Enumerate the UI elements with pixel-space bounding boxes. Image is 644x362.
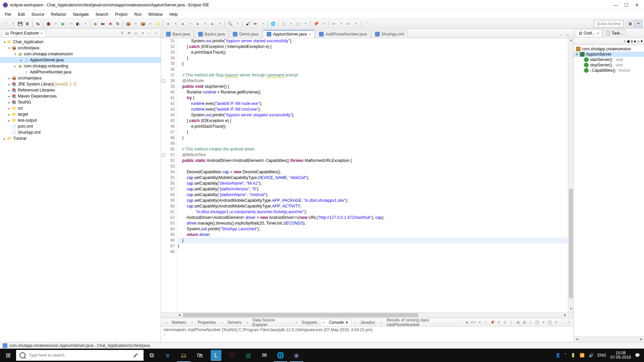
expand-icon[interactable]: ▸ (7, 88, 11, 92)
scroll-up-icon[interactable]: ▴ (568, 38, 574, 44)
close-icon[interactable]: ✕ (597, 32, 599, 35)
search-box[interactable]: Type here to search 🎤 (16, 350, 144, 361)
console-tool-icon[interactable]: – (560, 320, 565, 325)
console-tool-icon[interactable]: 📌 (490, 320, 495, 325)
task-tab[interactable]: 📋 Task... (602, 29, 627, 37)
battery-icon[interactable]: 🔋 (571, 353, 576, 358)
type-icon[interactable]: 📦 (140, 20, 146, 27)
bottom-tab[interactable]: ▫Servers (219, 319, 244, 326)
minimize-view-icon[interactable]: – (147, 31, 152, 36)
relaunch-icon[interactable]: ↻ (114, 20, 121, 27)
code-area[interactable]: System.out.println("Appium server starte… (176, 38, 568, 312)
expand-icon[interactable]: ▾ (13, 52, 17, 56)
edge-icon[interactable]: e (160, 349, 176, 362)
editor-tab[interactable]: Demo.java (229, 30, 262, 38)
task-view-icon[interactable]: ⧉ (144, 349, 160, 362)
console-tool-icon[interactable]: ▾ (541, 320, 546, 325)
hide-nonpublic-icon[interactable]: ● (634, 39, 636, 44)
collapse-all-icon[interactable]: ⇱ (120, 31, 125, 36)
horizontal-scrollbar[interactable]: ◂ ▸ (161, 312, 574, 318)
maximize-button[interactable]: ☐ (624, 3, 629, 7)
view-menu-icon[interactable]: ▾ (140, 31, 145, 36)
view-menu-icon[interactable]: ▾ (641, 39, 643, 44)
menu-project[interactable]: Project (112, 11, 130, 18)
xml-icon[interactable]: 📄 (363, 20, 370, 27)
expand-icon[interactable]: ▸ (19, 58, 23, 62)
console-tool-icon[interactable]: │ (509, 320, 514, 325)
tree-item[interactable]: ▸📚Referenced Libraries (0, 87, 161, 93)
expand-icon[interactable]: ▾ (7, 46, 11, 50)
focus-icon[interactable]: ◻ (133, 31, 139, 36)
menu-run[interactable]: Run (131, 11, 144, 18)
tree-item[interactable]: ▸JAppiumServer.java (0, 57, 161, 63)
menu-source[interactable]: Source (29, 11, 47, 18)
hide-local-icon[interactable]: ○ (637, 39, 640, 44)
new-dropdown[interactable] (9, 20, 16, 27)
back-icon[interactable]: ⬅ (330, 20, 337, 27)
console-tool-icon[interactable]: ▥ (522, 320, 527, 325)
vertical-scrollbar[interactable]: ▴ ▾ (568, 38, 574, 312)
line-gutter[interactable]: 3132333435363738394041424344454647484950… (161, 38, 176, 312)
close-icon[interactable]: ✕ (345, 320, 348, 325)
wand-icon[interactable]: ✏ (252, 20, 259, 27)
expand-icon[interactable]: ▸ (13, 64, 17, 68)
editor-tab[interactable]: ShutApp.xml (371, 30, 408, 38)
search-icon[interactable]: 🔍 (227, 20, 233, 27)
outline-method[interactable]: stopServer(): void (574, 62, 644, 68)
quick-access[interactable]: Quick Access (594, 20, 624, 27)
tree-item[interactable]: ▸📚Maven Dependencies (0, 93, 161, 99)
start-button[interactable]: ⊞ (0, 349, 16, 362)
tree-item[interactable]: JAddPhoneNumber.java (0, 69, 161, 75)
open-perspective-icon[interactable]: ⊞ (627, 20, 634, 27)
console-tool-icon[interactable]: ■ (464, 320, 470, 325)
chrome-icon[interactable]: 🌐 (272, 349, 288, 362)
bottom-tab[interactable]: ▫Results of running class AddPhoneNumber (378, 317, 464, 328)
console-tool-icon[interactable]: ✕✕ (471, 320, 476, 325)
tree-item[interactable]: ▾📦src/test/java (0, 45, 161, 51)
tree-item[interactable]: ▾📁Chat_Application (0, 39, 161, 45)
outline-method[interactable]: startServer(): void (574, 57, 644, 62)
tray-up-icon[interactable]: ˄ (565, 353, 567, 358)
tree-item[interactable]: ▸📚JRE System Library [JavaSE-1.7] (0, 81, 161, 87)
scroll-right-icon[interactable]: ▸ (562, 312, 568, 318)
mcafee-icon[interactable]: 🛡 (224, 349, 240, 362)
globe-icon[interactable]: 🌐 (270, 20, 276, 27)
console-tool-icon[interactable]: ⎘ (496, 320, 501, 325)
minimize-button[interactable]: — (613, 3, 618, 7)
console-tool-icon[interactable]: │ (483, 320, 489, 325)
scroll-thumb[interactable] (569, 189, 573, 298)
hide-static-icon[interactable]: s (631, 39, 633, 44)
tree-item[interactable]: ▸📁src (0, 105, 161, 111)
close-button[interactable]: ✕ (635, 3, 639, 7)
outline-hscroll[interactable]: ◂ ▸ (574, 336, 644, 342)
maximize-view-icon[interactable]: □ (566, 33, 571, 38)
explorer-icon[interactable]: 🗂 (176, 349, 192, 362)
new-icon[interactable]: 📄 (2, 20, 9, 27)
pin-icon[interactable]: 📌 (313, 20, 319, 27)
stop-icon[interactable]: ■ (107, 20, 114, 27)
expand-icon[interactable]: ▸ (7, 95, 11, 98)
new-pkg-icon[interactable]: ● (179, 20, 186, 27)
console-tool-icon[interactable]: □ (566, 320, 572, 325)
expand-icon[interactable]: ▸ (7, 82, 11, 86)
editor-tab[interactable]: AddPhoneNumber.java (315, 30, 370, 38)
tree-item[interactable]: ▸📁target (0, 111, 161, 117)
project-explorer-tab[interactable]: 🗂 Project Explorer ✕ (2, 29, 46, 37)
expand-icon[interactable]: ▸ (7, 113, 11, 116)
minimize-view-icon[interactable]: – (560, 33, 565, 38)
people-icon[interactable]: 👤 (555, 353, 560, 358)
console-tool-icon[interactable]: 📋 (547, 320, 552, 325)
console-tool-icon[interactable]: ▾ (553, 320, 559, 325)
clock[interactable]: 15:08 07-05-2019 (610, 351, 631, 360)
expand-icon[interactable]: ▾ (576, 52, 580, 57)
tree-item[interactable]: ▸▦com.shutapp.onboarding (0, 63, 161, 69)
close-icon[interactable]: ✕ (40, 32, 43, 35)
outline-tab[interactable]: ⊟ Outli... ✕ (576, 29, 602, 37)
close-icon[interactable]: ✕ (308, 33, 311, 36)
project-tree[interactable]: ▾📁Chat_Application▾📦src/test/java▾▦com.s… (0, 38, 161, 342)
expand-icon[interactable]: ▸ (7, 101, 11, 104)
new-fld-icon[interactable]: ● (194, 20, 201, 27)
app-l-icon[interactable]: L (211, 350, 221, 361)
coverage-dropdown[interactable] (82, 20, 89, 27)
maximize-view-icon[interactable]: □ (153, 31, 159, 36)
